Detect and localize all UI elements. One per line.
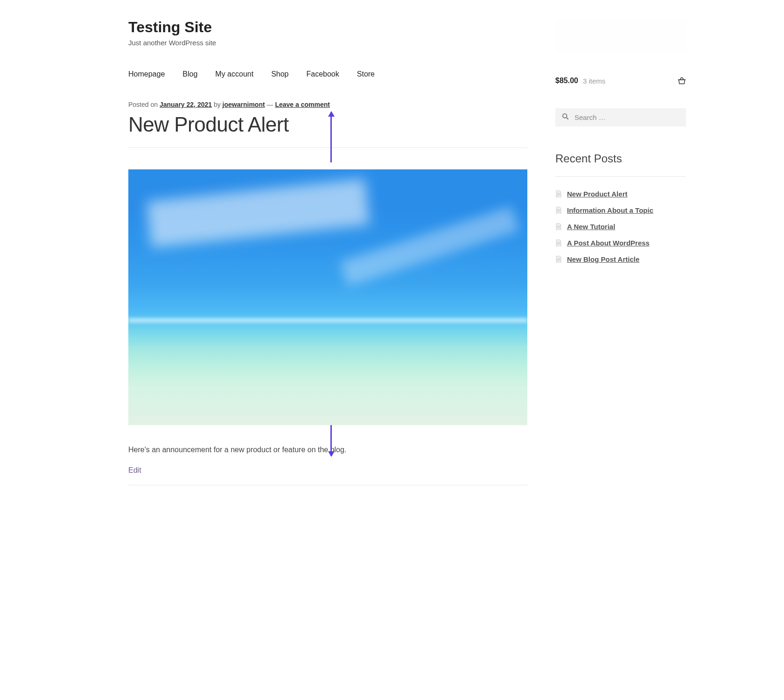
posted-on-label: Posted on bbox=[128, 101, 160, 108]
list-item: A Post About WordPress bbox=[555, 239, 686, 247]
post-meta: Posted on January 22, 2021 by joewarnimo… bbox=[128, 101, 527, 108]
recent-posts-list: New Product Alert Information About a To… bbox=[555, 190, 686, 263]
post-date-link[interactable]: January 22, 2021 bbox=[160, 101, 212, 108]
nav-homepage[interactable]: Homepage bbox=[128, 70, 165, 78]
leave-comment-link[interactable]: Leave a comment bbox=[275, 101, 330, 108]
document-icon bbox=[555, 190, 561, 197]
primary-nav: Homepage Blog My account Shop Facebook S… bbox=[128, 70, 527, 78]
cart-items-count: 3 items bbox=[583, 77, 678, 85]
recent-post-link[interactable]: Information About a Topic bbox=[567, 206, 653, 214]
meta-dash: — bbox=[265, 101, 275, 108]
cart-amount: $85.00 bbox=[555, 77, 578, 85]
search-box[interactable] bbox=[555, 108, 686, 126]
post-footer-divider bbox=[128, 485, 527, 485]
recent-post-link[interactable]: A Post About WordPress bbox=[567, 239, 650, 247]
site-header: Testing Site Just another WordPress site bbox=[128, 19, 527, 47]
recent-posts-title: Recent Posts bbox=[555, 152, 686, 165]
search-input[interactable] bbox=[574, 113, 679, 121]
recent-post-link[interactable]: A New Tutorial bbox=[567, 223, 615, 231]
annotation-arrow-down-icon bbox=[330, 425, 332, 456]
document-icon bbox=[555, 239, 561, 246]
document-icon bbox=[555, 207, 561, 214]
widget-divider bbox=[555, 176, 686, 177]
annotation-arrow-up-icon bbox=[330, 112, 332, 162]
list-item: Information About a Topic bbox=[555, 206, 686, 214]
edit-link[interactable]: Edit bbox=[128, 466, 527, 475]
header-ad-placeholder bbox=[555, 19, 686, 53]
nav-facebook[interactable]: Facebook bbox=[307, 70, 339, 78]
site-title[interactable]: Testing Site bbox=[128, 19, 527, 36]
nav-store[interactable]: Store bbox=[357, 70, 375, 78]
recent-post-link[interactable]: New Product Alert bbox=[567, 190, 627, 198]
by-label: by bbox=[212, 101, 223, 108]
list-item: New Blog Post Article bbox=[555, 255, 686, 263]
post-title: New Product Alert bbox=[128, 113, 527, 148]
document-icon bbox=[555, 223, 561, 230]
basket-icon[interactable] bbox=[678, 77, 686, 84]
svg-point-0 bbox=[563, 114, 567, 118]
nav-shop[interactable]: Shop bbox=[271, 70, 288, 78]
recent-post-link[interactable]: New Blog Post Article bbox=[567, 255, 639, 263]
featured-image bbox=[128, 169, 527, 425]
list-item: A New Tutorial bbox=[555, 223, 686, 231]
document-icon bbox=[555, 256, 561, 263]
svg-line-1 bbox=[567, 118, 568, 119]
search-icon bbox=[562, 113, 574, 122]
post-author-link[interactable]: joewarnimont bbox=[223, 101, 265, 108]
list-item: New Product Alert bbox=[555, 190, 686, 198]
site-tagline: Just another WordPress site bbox=[128, 39, 527, 47]
nav-blog[interactable]: Blog bbox=[182, 70, 197, 78]
cart-summary[interactable]: $85.00 3 items bbox=[555, 77, 686, 85]
nav-my-account[interactable]: My account bbox=[215, 70, 253, 78]
